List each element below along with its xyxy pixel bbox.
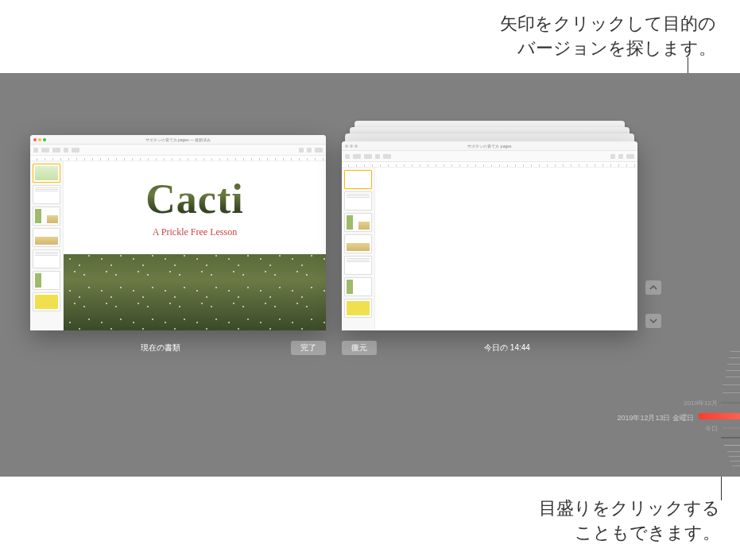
timeline-tick[interactable]	[723, 384, 740, 385]
timeline-selected-tick[interactable]	[699, 413, 740, 419]
toolbar-item	[626, 154, 634, 159]
timeline-tick[interactable]	[724, 445, 740, 446]
toolbar-item	[353, 154, 361, 159]
restore-button[interactable]: 復元	[342, 341, 377, 355]
toolbar-item	[345, 154, 350, 159]
page-thumbnail[interactable]	[33, 292, 60, 311]
timeline-tick[interactable]	[727, 451, 740, 452]
page-thumbnail[interactable]	[33, 271, 60, 290]
toolbar-item[interactable]	[72, 148, 79, 153]
toolbar-item[interactable]	[299, 148, 304, 153]
timeline-today-tick[interactable]	[723, 427, 740, 429]
next-version-arrow[interactable]	[645, 314, 661, 328]
titlebar: サボテンの育て方.pages	[342, 141, 637, 151]
page-thumbnail[interactable]	[344, 234, 372, 253]
timeline-tick[interactable]	[721, 437, 740, 438]
page-thumbnail[interactable]	[344, 170, 372, 189]
previous-label-row: 復元 今日の 14:44	[342, 340, 637, 356]
toolbar-item[interactable]	[64, 148, 68, 153]
version-browser: サボテンの育て方.pages — 最新済み	[0, 73, 740, 477]
timeline-month-label: 2019年12月	[684, 399, 718, 407]
version-timeline[interactable]: 2019年12月 2019年12月13日 金曜日 今日	[695, 351, 740, 470]
timeline-month-tick[interactable]	[721, 402, 740, 404]
timeline-tick[interactable]	[723, 392, 740, 393]
page-thumbnail[interactable]	[33, 185, 60, 204]
current-document-label: 現在の書類	[30, 342, 291, 353]
toolbar-item[interactable]	[52, 148, 60, 153]
document-body	[342, 168, 637, 330]
page-thumbnail[interactable]	[344, 256, 372, 275]
timeline-tick[interactable]	[727, 364, 740, 365]
page-thumbnail[interactable]	[33, 228, 60, 247]
page-thumbnail[interactable]	[344, 191, 372, 210]
chevron-down-icon	[649, 317, 657, 325]
timeline-tick[interactable]	[730, 461, 740, 462]
annotation-top: 矢印をクリックして目的の バージョンを探します。	[500, 12, 716, 61]
toolbar-item	[618, 154, 623, 159]
toolbar-item	[610, 154, 615, 159]
timeline-tick[interactable]	[726, 377, 740, 377]
previous-document-window[interactable]: サボテンの育て方.pages	[342, 141, 637, 330]
ruler	[342, 162, 637, 168]
thumbnail-panel	[30, 161, 64, 330]
thumbnail-panel	[342, 168, 375, 330]
previous-version-arrow[interactable]	[645, 280, 661, 295]
timeline-tick[interactable]	[730, 351, 740, 352]
current-document-window: サボテンの育て方.pages — 最新済み	[30, 135, 326, 330]
page-thumbnail[interactable]	[344, 299, 372, 318]
toolbar-item[interactable]	[41, 148, 49, 153]
page-thumbnail[interactable]	[344, 213, 372, 232]
toolbar	[30, 145, 326, 156]
document-body: Cacti A Prickle Free Lesson	[30, 161, 326, 330]
toolbar-item	[383, 154, 391, 159]
toolbar-item[interactable]	[315, 148, 323, 153]
timeline-tick[interactable]	[729, 357, 740, 358]
cactus-image	[64, 249, 326, 330]
toolbar-item	[364, 154, 372, 159]
document-heading: Cacti	[64, 176, 326, 222]
page-thumbnail[interactable]	[33, 164, 60, 183]
annotation-bottom: 目盛りをクリックする こともできます。	[539, 496, 720, 546]
page-canvas: Cacti A Prickle Free Lesson	[64, 161, 326, 330]
window-title: サボテンの育て方.pages	[342, 144, 637, 149]
titlebar: サボテンの育て方.pages — 最新済み	[30, 135, 326, 145]
toolbar-item[interactable]	[33, 148, 38, 153]
page-thumbnail[interactable]	[33, 207, 60, 226]
annotation-bottom-line2: こともできます。	[575, 523, 720, 543]
toolbar-item	[375, 154, 380, 159]
done-button[interactable]: 完了	[291, 341, 326, 355]
timeline-tick[interactable]	[732, 465, 740, 466]
chevron-up-icon	[649, 284, 657, 292]
annotation-top-line2: バージョンを探します。	[517, 38, 716, 58]
timeline-tick[interactable]	[726, 370, 740, 371]
window-title: サボテンの育て方.pages — 最新済み	[30, 137, 326, 142]
annotation-top-line1: 矢印をクリックして目的の	[500, 14, 716, 33]
toolbar	[342, 151, 637, 162]
timeline-today-label: 今日	[705, 424, 718, 433]
current-label-row: 現在の書類 完了	[30, 340, 326, 356]
page-thumbnail[interactable]	[33, 249, 60, 268]
annotation-bottom-line1: 目盛りをクリックする	[539, 498, 720, 518]
page-thumbnail[interactable]	[344, 277, 372, 296]
version-timestamp-label: 今日の 14:44	[377, 342, 637, 353]
toolbar-item[interactable]	[307, 148, 312, 153]
timeline-tick[interactable]	[729, 456, 740, 457]
ruler	[30, 156, 326, 161]
document-subheading: A Prickle Free Lesson	[64, 226, 326, 238]
page-canvas	[375, 168, 637, 330]
timeline-selected-date: 2019年12月13日 金曜日	[617, 413, 694, 423]
